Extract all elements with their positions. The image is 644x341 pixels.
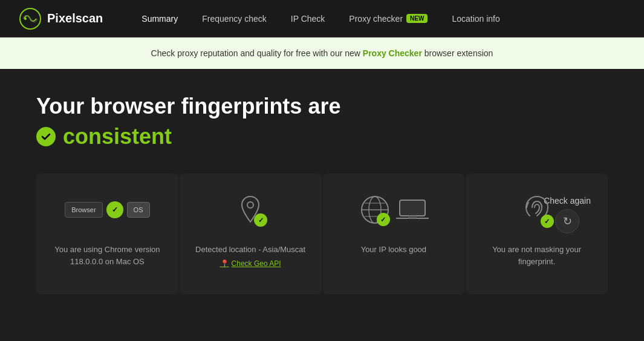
location-pin-small-icon: 📍 — [220, 259, 229, 268]
card-location: ✓ Detected location - Asia/Muscat 📍 Chec… — [180, 174, 322, 294]
card-browser-os-text: You are using Chrome version 118.0.0.0 o… — [46, 244, 169, 267]
checkmark-icon — [41, 131, 51, 142]
card-location-text: Detected location - Asia/Muscat — [195, 244, 305, 256]
brand-name: Pixelscan — [47, 11, 103, 25]
navbar: Pixelscan Summary Frequency check IP Che… — [0, 0, 644, 37]
status-line: consistent — [36, 124, 608, 149]
hero-headline: Your browser fingerprints are — [36, 93, 608, 119]
refresh-icon: ↻ — [563, 215, 572, 228]
nav-frequency-check[interactable]: Frequency check — [192, 9, 276, 28]
ip-check-icon: ✓ — [377, 213, 390, 226]
card-browser-os: Browser ✓ OS You are using Chrome versio… — [36, 174, 178, 294]
svg-point-2 — [247, 202, 253, 208]
hero-section: Your browser fingerprints are consistent — [36, 93, 608, 149]
banner: Check proxy reputation and quality for f… — [0, 37, 644, 69]
card-browser-os-illustration: Browser ✓ OS — [46, 186, 169, 234]
nav-ip-check[interactable]: IP Check — [281, 9, 335, 28]
os-box: OS — [127, 202, 150, 218]
logo[interactable]: Pixelscan — [19, 8, 103, 30]
check-again-button[interactable]: ↻ — [555, 209, 579, 233]
main-content: Your browser fingerprints are consistent… — [0, 69, 644, 307]
new-badge: NEW — [406, 14, 428, 23]
nav-summary[interactable]: Summary — [132, 9, 187, 28]
cards-row: Browser ✓ OS You are using Chrome versio… — [36, 174, 608, 294]
laptop-icon — [396, 198, 429, 222]
banner-text-after: browser extension — [422, 48, 493, 58]
svg-rect-8 — [400, 200, 425, 216]
banner-link[interactable]: Proxy Checker — [363, 48, 422, 58]
status-text: consistent — [63, 124, 172, 149]
banner-text-before: Check proxy reputation and quality for f… — [151, 48, 363, 58]
card-fingerprint-text: You are not masking your fingerprint. — [475, 244, 598, 267]
card-location-link[interactable]: 📍 Check Geo API — [220, 259, 281, 268]
browser-box: Browser — [65, 202, 102, 218]
fingerprint-check-icon: ✓ — [541, 215, 554, 228]
card-location-illustration: ✓ — [189, 186, 312, 234]
svg-rect-9 — [408, 216, 417, 218]
svg-point-1 — [24, 18, 27, 20]
nav-links: Summary Frequency check IP Check Proxy c… — [132, 9, 510, 28]
nav-proxy-checker[interactable]: Proxy checker NEW — [339, 9, 437, 28]
card-ip: ✓ Your IP looks good — [323, 174, 465, 294]
logo-icon — [19, 8, 41, 30]
nav-location-info[interactable]: Location info — [442, 9, 509, 28]
card-fingerprint: ✓ You are not masking your fingerprint. — [466, 174, 608, 294]
card-ip-illustration: ✓ — [333, 186, 455, 234]
status-check-icon — [36, 127, 56, 146]
card-ip-text: Your IP looks good — [361, 244, 426, 256]
browser-check-icon: ✓ — [106, 201, 123, 218]
